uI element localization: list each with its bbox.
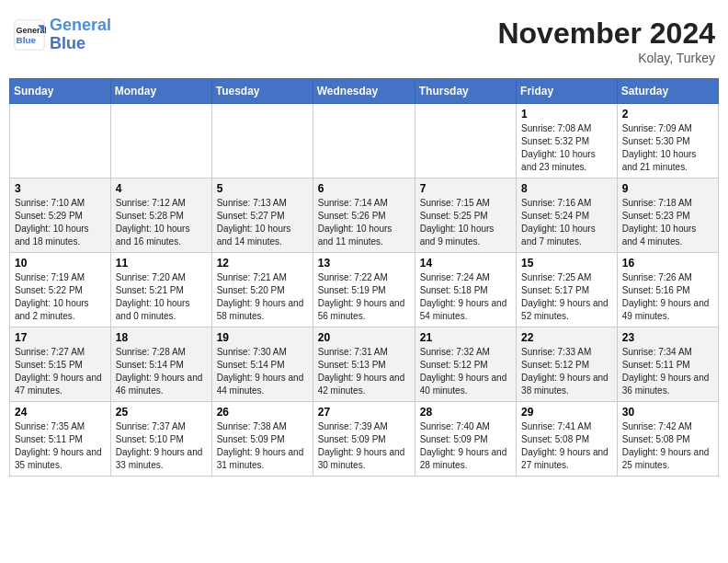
day-info: Sunrise: 7:27 AM Sunset: 5:15 PM Dayligh… bbox=[15, 346, 106, 397]
day-info: Sunrise: 7:30 AM Sunset: 5:14 PM Dayligh… bbox=[217, 346, 308, 397]
day-info: Sunrise: 7:34 AM Sunset: 5:11 PM Dayligh… bbox=[622, 346, 713, 397]
weekday-header: Thursday bbox=[415, 79, 516, 104]
calendar-cell: 22Sunrise: 7:33 AM Sunset: 5:12 PM Dayli… bbox=[517, 327, 618, 402]
calendar-week-row: 10Sunrise: 7:19 AM Sunset: 5:22 PM Dayli… bbox=[10, 253, 719, 327]
day-number: 16 bbox=[622, 257, 713, 270]
day-info: Sunrise: 7:13 AM Sunset: 5:27 PM Dayligh… bbox=[217, 197, 308, 248]
day-number: 4 bbox=[116, 182, 207, 195]
day-number: 29 bbox=[521, 406, 612, 419]
calendar-cell: 29Sunrise: 7:41 AM Sunset: 5:08 PM Dayli… bbox=[517, 402, 618, 477]
calendar-week-row: 17Sunrise: 7:27 AM Sunset: 5:15 PM Dayli… bbox=[10, 327, 719, 402]
day-number: 23 bbox=[622, 331, 713, 344]
calendar-cell: 2Sunrise: 7:09 AM Sunset: 5:30 PM Daylig… bbox=[617, 104, 718, 178]
day-info: Sunrise: 7:19 AM Sunset: 5:22 PM Dayligh… bbox=[15, 271, 106, 323]
day-info: Sunrise: 7:15 AM Sunset: 5:25 PM Dayligh… bbox=[420, 197, 511, 248]
calendar-cell bbox=[10, 104, 111, 178]
calendar-cell: 11Sunrise: 7:20 AM Sunset: 5:21 PM Dayli… bbox=[110, 253, 211, 327]
day-number: 1 bbox=[521, 108, 612, 121]
day-number: 13 bbox=[318, 257, 410, 270]
day-number: 6 bbox=[318, 182, 410, 195]
calendar-cell: 5Sunrise: 7:13 AM Sunset: 5:27 PM Daylig… bbox=[211, 178, 313, 253]
weekday-header: Tuesday bbox=[211, 79, 313, 104]
day-number: 26 bbox=[217, 406, 308, 419]
day-number: 7 bbox=[420, 182, 511, 195]
calendar-cell: 12Sunrise: 7:21 AM Sunset: 5:20 PM Dayli… bbox=[211, 253, 313, 327]
day-info: Sunrise: 7:21 AM Sunset: 5:20 PM Dayligh… bbox=[217, 271, 308, 323]
day-info: Sunrise: 7:16 AM Sunset: 5:24 PM Dayligh… bbox=[521, 197, 612, 248]
day-number: 11 bbox=[116, 257, 207, 270]
calendar-week-row: 1Sunrise: 7:08 AM Sunset: 5:32 PM Daylig… bbox=[10, 104, 719, 178]
day-number: 24 bbox=[15, 406, 106, 419]
day-info: Sunrise: 7:38 AM Sunset: 5:09 PM Dayligh… bbox=[217, 420, 308, 472]
calendar-week-row: 24Sunrise: 7:35 AM Sunset: 5:11 PM Dayli… bbox=[10, 402, 719, 477]
calendar-cell: 3Sunrise: 7:10 AM Sunset: 5:29 PM Daylig… bbox=[10, 178, 111, 253]
title-section: November 2024 Kolay, Turkey bbox=[497, 17, 715, 65]
day-info: Sunrise: 7:37 AM Sunset: 5:10 PM Dayligh… bbox=[116, 420, 207, 472]
day-info: Sunrise: 7:14 AM Sunset: 5:26 PM Dayligh… bbox=[318, 197, 410, 248]
calendar-cell: 30Sunrise: 7:42 AM Sunset: 5:08 PM Dayli… bbox=[617, 402, 718, 477]
day-number: 30 bbox=[622, 406, 713, 419]
calendar-cell: 25Sunrise: 7:37 AM Sunset: 5:10 PM Dayli… bbox=[110, 402, 211, 477]
calendar-cell bbox=[211, 104, 313, 178]
day-number: 21 bbox=[420, 331, 511, 344]
day-info: Sunrise: 7:20 AM Sunset: 5:21 PM Dayligh… bbox=[116, 271, 207, 323]
day-number: 15 bbox=[521, 257, 612, 270]
weekday-header: Friday bbox=[517, 79, 618, 104]
calendar-cell: 20Sunrise: 7:31 AM Sunset: 5:13 PM Dayli… bbox=[313, 327, 415, 402]
calendar-cell: 24Sunrise: 7:35 AM Sunset: 5:11 PM Dayli… bbox=[10, 402, 111, 477]
day-info: Sunrise: 7:12 AM Sunset: 5:28 PM Dayligh… bbox=[116, 197, 207, 248]
calendar-cell: 17Sunrise: 7:27 AM Sunset: 5:15 PM Dayli… bbox=[10, 327, 111, 402]
day-number: 14 bbox=[420, 257, 511, 270]
calendar-cell: 4Sunrise: 7:12 AM Sunset: 5:28 PM Daylig… bbox=[110, 178, 211, 253]
page-header: General Blue GeneralBlue November 2024 K… bbox=[9, 9, 719, 73]
calendar-cell: 18Sunrise: 7:28 AM Sunset: 5:14 PM Dayli… bbox=[110, 327, 211, 402]
day-info: Sunrise: 7:40 AM Sunset: 5:09 PM Dayligh… bbox=[420, 420, 511, 472]
logo-text: GeneralBlue bbox=[50, 17, 111, 53]
day-number: 8 bbox=[521, 182, 612, 195]
calendar-cell: 8Sunrise: 7:16 AM Sunset: 5:24 PM Daylig… bbox=[517, 178, 618, 253]
calendar-cell bbox=[415, 104, 516, 178]
logo: General Blue GeneralBlue bbox=[13, 17, 111, 53]
calendar-cell: 28Sunrise: 7:40 AM Sunset: 5:09 PM Dayli… bbox=[415, 402, 516, 477]
calendar-week-row: 3Sunrise: 7:10 AM Sunset: 5:29 PM Daylig… bbox=[10, 178, 719, 253]
calendar-cell: 14Sunrise: 7:24 AM Sunset: 5:18 PM Dayli… bbox=[415, 253, 516, 327]
day-number: 28 bbox=[420, 406, 511, 419]
day-number: 20 bbox=[318, 331, 410, 344]
calendar-cell: 15Sunrise: 7:25 AM Sunset: 5:17 PM Dayli… bbox=[517, 253, 618, 327]
day-number: 3 bbox=[15, 182, 106, 195]
day-info: Sunrise: 7:32 AM Sunset: 5:12 PM Dayligh… bbox=[420, 346, 511, 397]
month-title: November 2024 bbox=[497, 17, 715, 51]
day-info: Sunrise: 7:42 AM Sunset: 5:08 PM Dayligh… bbox=[622, 420, 713, 472]
calendar-cell: 1Sunrise: 7:08 AM Sunset: 5:32 PM Daylig… bbox=[517, 104, 618, 178]
day-number: 2 bbox=[622, 108, 713, 121]
weekday-header: Monday bbox=[110, 79, 211, 104]
calendar-cell: 26Sunrise: 7:38 AM Sunset: 5:09 PM Dayli… bbox=[211, 402, 313, 477]
logo-icon: General Blue bbox=[13, 18, 46, 52]
day-info: Sunrise: 7:35 AM Sunset: 5:11 PM Dayligh… bbox=[15, 420, 106, 472]
day-info: Sunrise: 7:24 AM Sunset: 5:18 PM Dayligh… bbox=[420, 271, 511, 323]
calendar-table: SundayMondayTuesdayWednesdayThursdayFrid… bbox=[9, 78, 719, 477]
calendar-cell: 23Sunrise: 7:34 AM Sunset: 5:11 PM Dayli… bbox=[617, 327, 718, 402]
day-info: Sunrise: 7:39 AM Sunset: 5:09 PM Dayligh… bbox=[318, 420, 410, 472]
day-number: 5 bbox=[217, 182, 308, 195]
day-info: Sunrise: 7:41 AM Sunset: 5:08 PM Dayligh… bbox=[521, 420, 612, 472]
day-number: 9 bbox=[622, 182, 713, 195]
day-info: Sunrise: 7:28 AM Sunset: 5:14 PM Dayligh… bbox=[116, 346, 207, 397]
day-number: 17 bbox=[15, 331, 106, 344]
weekday-header-row: SundayMondayTuesdayWednesdayThursdayFrid… bbox=[10, 79, 719, 104]
day-info: Sunrise: 7:08 AM Sunset: 5:32 PM Dayligh… bbox=[521, 122, 612, 174]
svg-text:Blue: Blue bbox=[17, 35, 37, 45]
calendar-cell: 13Sunrise: 7:22 AM Sunset: 5:19 PM Dayli… bbox=[313, 253, 415, 327]
calendar-cell: 16Sunrise: 7:26 AM Sunset: 5:16 PM Dayli… bbox=[617, 253, 718, 327]
day-number: 27 bbox=[318, 406, 410, 419]
calendar-cell: 10Sunrise: 7:19 AM Sunset: 5:22 PM Dayli… bbox=[10, 253, 111, 327]
day-number: 22 bbox=[521, 331, 612, 344]
day-info: Sunrise: 7:10 AM Sunset: 5:29 PM Dayligh… bbox=[15, 197, 106, 248]
calendar-cell bbox=[110, 104, 211, 178]
weekday-header: Sunday bbox=[10, 79, 111, 104]
calendar-cell: 6Sunrise: 7:14 AM Sunset: 5:26 PM Daylig… bbox=[313, 178, 415, 253]
calendar-cell: 7Sunrise: 7:15 AM Sunset: 5:25 PM Daylig… bbox=[415, 178, 516, 253]
day-info: Sunrise: 7:33 AM Sunset: 5:12 PM Dayligh… bbox=[521, 346, 612, 397]
day-number: 12 bbox=[217, 257, 308, 270]
calendar-cell bbox=[313, 104, 415, 178]
